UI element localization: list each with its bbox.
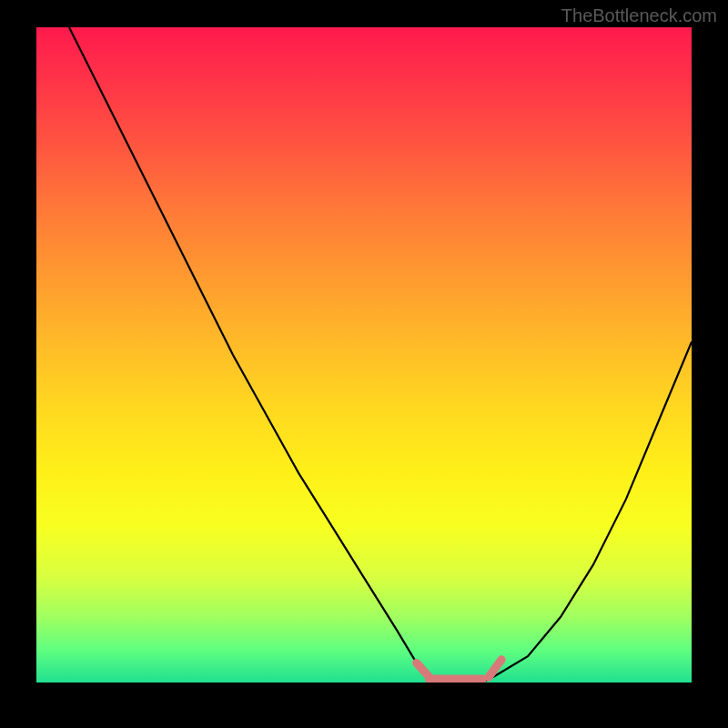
- curve-svg: [36, 27, 692, 682]
- plot-area: [36, 27, 692, 682]
- highlight-right-tick: [489, 660, 501, 677]
- bottleneck-curve-path: [69, 27, 692, 682]
- highlight-left-tick: [417, 662, 430, 677]
- watermark-text: TheBottleneck.com: [561, 5, 717, 26]
